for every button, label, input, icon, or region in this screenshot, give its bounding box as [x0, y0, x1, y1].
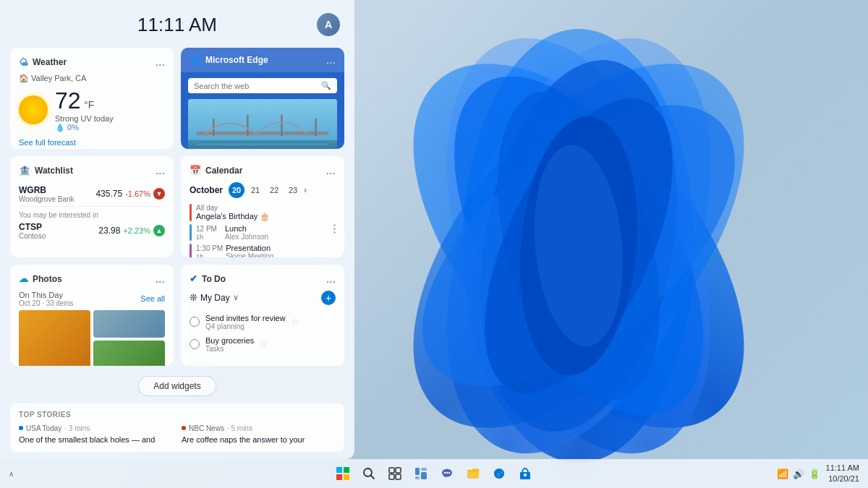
photos-title-row: ☁ Photos — [19, 273, 62, 284]
stock-info-wgrb: WGRB Woodgrove Bank — [19, 185, 95, 203]
stock-info-ctsp: CTSP Contoso — [19, 222, 98, 240]
svg-point-36 — [446, 472, 448, 474]
todo-add-btn[interactable]: + — [321, 291, 336, 305]
taskbar-taskview-btn[interactable] — [385, 463, 405, 484]
stock-dir-wgrb: ▼ — [153, 188, 165, 200]
bloom-wallpaper — [333, 14, 825, 477]
svg-point-37 — [448, 472, 450, 474]
cal-title-lunch: Lunch — [225, 224, 268, 233]
edge-search-bar[interactable]: 🔍 — [188, 78, 337, 93]
weather-more-btn[interactable]: ... — [156, 56, 165, 68]
cal-event-birthday: All day Angela's Birthday 🎂 — [190, 204, 336, 221]
weather-main: 72 °F Strong UV today 💧 0% — [19, 87, 165, 132]
taskbar-explorer-btn[interactable] — [463, 463, 483, 484]
watchlist-title: Watchlist — [35, 166, 73, 176]
svg-point-35 — [444, 472, 446, 474]
story-source-0: USA Today · 3 mins — [19, 424, 173, 432]
todo-title: To Do — [202, 274, 226, 284]
todo-sub-1: Tasks — [205, 345, 254, 353]
weather-header: 🌤 Weather ... — [19, 56, 165, 68]
weather-unit: °F — [84, 99, 94, 111]
edge-title-row: 🌀 Microsoft Edge — [190, 55, 268, 66]
user-avatar[interactable]: A — [317, 13, 340, 36]
todo-circle-0[interactable] — [190, 317, 200, 327]
stock-item-ctsp: CTSP Contoso 23.98 +2.23% ▲ — [19, 219, 165, 243]
todo-star-1[interactable]: ☆ — [260, 339, 268, 349]
weather-temp: 72 — [55, 87, 81, 114]
cal-event-presentation: 1:30 PM1h Presentation Skype Meeting — [190, 244, 336, 257]
todo-sub-0: Q4 planning — [205, 322, 286, 330]
taskbar-clock[interactable]: 11:11 AM 10/20/21 — [826, 463, 859, 485]
taskbar-edge-btn[interactable] — [489, 463, 509, 484]
todo-icon: ✔ — [190, 273, 197, 284]
story-dot-1 — [182, 426, 186, 430]
calendar-more-btn[interactable]: ... — [326, 165, 336, 176]
cal-title-birthday: Angela's Birthday 🎂 — [196, 212, 270, 221]
add-widgets-row: Add widgets — [0, 370, 354, 403]
watchlist-suggest: You may be interested in — [19, 211, 165, 219]
svg-rect-27 — [396, 468, 401, 473]
svg-rect-30 — [415, 468, 420, 475]
weather-location: Valley Park, CA — [19, 74, 165, 83]
taskbar-chevron-icon[interactable]: ∧ — [9, 470, 14, 478]
todo-more-btn[interactable]: ... — [326, 273, 336, 285]
edge-widget: 🌀 Microsoft Edge ... 🔍 — [181, 48, 344, 149]
story-item-1[interactable]: NBC News · 5 mins Are coffee naps the an… — [182, 424, 336, 445]
weather-widget: 🌤 Weather ... Valley Park, CA 72 °F Stro… — [10, 48, 174, 149]
cal-day-21[interactable]: 21 — [247, 182, 263, 198]
cal-day-20[interactable]: 20 — [229, 182, 244, 198]
cal-chevron-icon[interactable]: › — [304, 185, 307, 195]
todo-text-block-1: Buy groceries Tasks — [205, 336, 254, 353]
photos-right-col — [93, 310, 165, 366]
photos-more-btn[interactable]: ... — [156, 273, 165, 285]
photos-see-all-link[interactable]: See all — [140, 294, 165, 303]
taskbar-start-btn[interactable] — [333, 463, 353, 484]
cal-day-23[interactable]: 23 — [285, 182, 301, 198]
taskbar-widgets-btn[interactable] — [411, 463, 431, 484]
add-widgets-button[interactable]: Add widgets — [138, 376, 216, 396]
photos-title: Photos — [33, 274, 62, 284]
photo-thumb-3 — [93, 341, 165, 366]
todo-title-row: ✔ To Do — [190, 273, 226, 284]
stock-ticker-ctsp: CTSP — [19, 222, 98, 232]
todo-circle-1[interactable] — [190, 339, 200, 349]
cal-time-birthday: All day — [196, 204, 270, 212]
todo-widget: ✔ To Do ... ❊ My Day ∨ + Send invites fo… — [181, 265, 344, 366]
taskbar-chat-btn[interactable] — [437, 463, 457, 484]
svg-rect-26 — [389, 468, 394, 473]
edge-more-btn[interactable]: ... — [326, 53, 336, 67]
taskbar-date: 10/20/21 — [826, 474, 859, 484]
taskbar-right: 📶 🔊 🔋 11:11 AM 10/20/21 — [777, 463, 859, 485]
todo-item-0: Send invites for review Q4 planning ☆ — [190, 311, 336, 333]
cal-bar-presentation — [190, 244, 192, 257]
photos-widget: ☁ Photos ... On This Day Oct 20 · 33 ite… — [10, 265, 174, 366]
stock-name-wgrb: Woodgrove Bank — [19, 195, 95, 203]
story-time-0: · 3 mins — [64, 424, 90, 432]
taskbar: ∧ — [0, 459, 868, 488]
edge-search-input[interactable] — [194, 82, 317, 90]
taskbar-wifi-icon: 📶 — [777, 468, 788, 479]
weather-sun-icon — [19, 95, 48, 124]
svg-rect-31 — [421, 468, 427, 471]
watchlist-more-btn[interactable]: ... — [156, 165, 165, 176]
taskbar-search-btn[interactable] — [359, 463, 379, 484]
cal-time-presentation: 1:30 PM1h — [196, 244, 223, 257]
stories-label: TOP STORIES — [19, 411, 336, 419]
stock-item-wgrb: WGRB Woodgrove Bank 435.75 -1.67% ▼ — [19, 182, 165, 207]
widgets-time: 11:11 AM — [38, 14, 317, 36]
taskbar-store-btn[interactable] — [515, 463, 535, 484]
todo-text-block-0: Send invites for review Q4 planning — [205, 314, 286, 330]
cal-day-22[interactable]: 22 — [266, 182, 282, 198]
photos-subheader: On This Day Oct 20 · 33 items See all — [19, 291, 165, 307]
cal-bar-lunch — [190, 224, 192, 241]
cal-bar-birthday — [190, 204, 192, 221]
svg-point-40 — [524, 474, 527, 476]
calendar-nav: October 20 21 22 23 › — [190, 182, 336, 198]
cal-event-birthday-content: All day Angela's Birthday 🎂 — [196, 204, 270, 221]
svg-rect-29 — [396, 474, 401, 479]
story-item-0[interactable]: USA Today · 3 mins One of the smallest b… — [19, 424, 173, 445]
edge-title: Microsoft Edge — [205, 55, 268, 65]
todo-myday-icon: ❊ — [190, 292, 197, 303]
weather-forecast-link[interactable]: See full forecast — [19, 138, 165, 147]
todo-star-0[interactable]: ☆ — [292, 317, 299, 327]
